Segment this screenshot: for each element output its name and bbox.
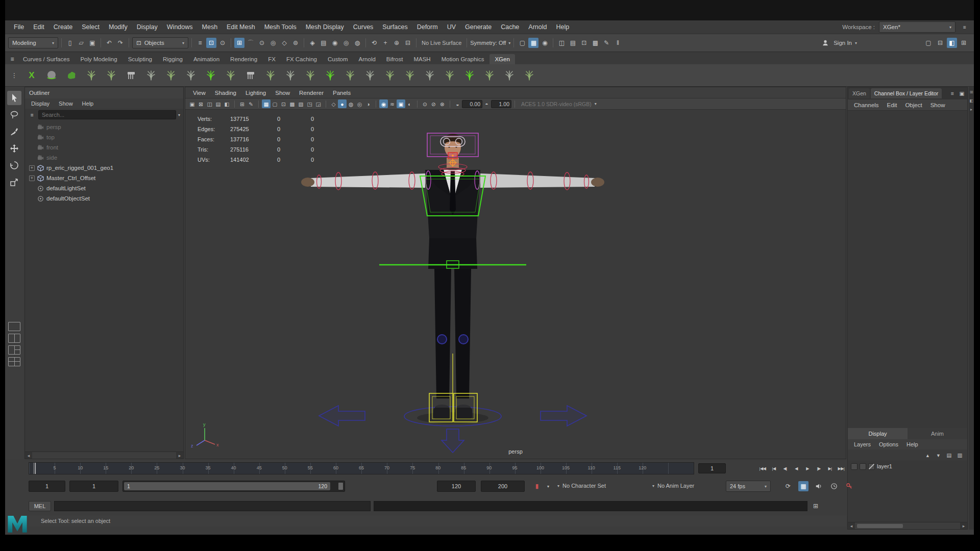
xgen-groom-12-icon[interactable]: [482, 68, 497, 83]
layer-editor-menu-options[interactable]: Options: [875, 441, 902, 447]
depth-of-field-icon[interactable]: ◐: [405, 99, 414, 108]
tab-xgen[interactable]: XGen: [849, 88, 870, 98]
shelf-tab-animation[interactable]: Animation: [188, 54, 225, 64]
layer-visibility-toggle[interactable]: [851, 463, 857, 470]
shelf-tab-sculpting[interactable]: Sculpting: [123, 54, 157, 64]
outliner-menu-show[interactable]: Show: [55, 101, 77, 107]
xgen-groom-10-icon[interactable]: [442, 68, 457, 83]
shelf-tab-poly-modeling[interactable]: Poly Modeling: [75, 54, 122, 64]
shelf-tab-curves-surfaces[interactable]: Curves / Surfaces: [18, 54, 75, 64]
soft-selection-icon[interactable]: ◉: [540, 38, 550, 48]
layer-playback-toggle[interactable]: [860, 463, 866, 470]
motion-blur-icon[interactable]: ≋: [388, 99, 397, 108]
four-pane-toggle-icon[interactable]: ⊞: [959, 38, 969, 48]
mute-audio-icon[interactable]: [814, 481, 824, 491]
playback-speed-icon[interactable]: [829, 481, 839, 491]
move-tool[interactable]: [7, 141, 21, 156]
xgen-grass-preset-icon[interactable]: [84, 68, 99, 83]
outliner-item-top[interactable]: top: [25, 132, 183, 142]
snap-curve-icon[interactable]: ⌒: [246, 38, 256, 48]
exposure-icon[interactable]: ◒: [453, 99, 462, 108]
layer-editor-tab-anim[interactable]: Anim: [908, 428, 967, 439]
channel-box-menu-show[interactable]: Show: [926, 102, 949, 108]
lock-camera-icon[interactable]: ⊠: [197, 99, 205, 108]
scale-tool[interactable]: [7, 175, 21, 189]
shelf-item-options-icon[interactable]: ⋮: [9, 70, 19, 81]
outliner-item-defaultlightset[interactable]: defaultLightSet: [25, 183, 183, 193]
leg-control-left[interactable]: [437, 335, 447, 344]
render-current-frame-icon[interactable]: ◎: [341, 38, 351, 48]
shelf-tab-rendering[interactable]: Rendering: [225, 54, 262, 64]
bookmark-options-icon[interactable]: ▾: [543, 481, 553, 491]
select-object-icon[interactable]: ⊡: [206, 38, 216, 48]
play-backwards-button[interactable]: ◀: [791, 463, 801, 473]
outliner-item-front[interactable]: front: [25, 142, 183, 153]
main-menu-cache[interactable]: Cache: [496, 20, 524, 34]
shelf-tab-fx[interactable]: FX: [263, 54, 281, 64]
frame-rate-dropdown[interactable]: 24 fps▾: [726, 481, 771, 492]
grease-pencil-icon[interactable]: ✎: [247, 99, 255, 108]
snap-point-icon[interactable]: ⊙: [257, 38, 267, 48]
layer-editor-menu-layers[interactable]: Layers: [850, 441, 875, 447]
outliner-item-side[interactable]: side: [25, 153, 183, 163]
rotate-tool[interactable]: [7, 158, 21, 172]
auto-keyframe-icon[interactable]: [844, 481, 854, 491]
workspace-dropdown[interactable]: XGen* ▾: [879, 21, 955, 33]
main-menu-display[interactable]: Display: [132, 20, 162, 34]
tab-channel-box-layer-editor[interactable]: Channel Box / Layer Editor: [871, 88, 942, 98]
main-menu-uv[interactable]: UV: [443, 20, 460, 34]
scroll-track[interactable]: [32, 452, 176, 459]
modeling-toolkit-icon[interactable]: ▦: [528, 38, 538, 48]
single-pane-layout-button[interactable]: [8, 322, 20, 331]
redo-icon[interactable]: ↷: [115, 38, 126, 48]
use-default-material-icon[interactable]: ◎: [355, 99, 364, 108]
grid-toggle-icon[interactable]: ▦: [262, 99, 271, 108]
main-menu-modify[interactable]: Modify: [104, 20, 132, 34]
viewport-menu-renderer[interactable]: Renderer: [295, 90, 328, 96]
shelf-tab-custom[interactable]: Custom: [323, 54, 353, 64]
image-plane-icon[interactable]: ◧: [223, 99, 231, 108]
workspace-options-icon[interactable]: ≡: [960, 22, 970, 32]
shelf-tab-arnold[interactable]: Arnold: [354, 54, 381, 64]
field-chart-icon[interactable]: ▧: [297, 99, 305, 108]
hypershade-icon[interactable]: ◫: [556, 38, 567, 48]
gamma-field[interactable]: [491, 100, 511, 108]
select-hierarchy-icon[interactable]: ≡: [195, 38, 205, 48]
main-menu-mesh-tools[interactable]: Mesh Tools: [260, 20, 301, 34]
lasso-select-tool[interactable]: [7, 108, 21, 122]
xgen-moss-preset-icon[interactable]: [64, 68, 79, 83]
symmetry-dropdown[interactable]: Symmetry: Off▾: [470, 40, 510, 46]
playback-end-field[interactable]: [437, 481, 476, 492]
xgen-groom-1-icon[interactable]: [263, 68, 278, 83]
anim-layer-dropdown[interactable]: ▾No Anim Layer: [652, 483, 694, 489]
xgen-sphere-preset-icon[interactable]: [44, 68, 59, 83]
render-settings-icon[interactable]: ⊡: [579, 38, 589, 48]
selection-mask-dropdown[interactable]: ⊡Objects▾: [132, 37, 188, 48]
new-layer-from-selected-icon[interactable]: ▥: [955, 451, 964, 460]
xgen-groom-4-icon[interactable]: [323, 68, 338, 83]
exposure-field[interactable]: [462, 100, 482, 108]
shelf-tab-fx-caching[interactable]: FX Caching: [281, 54, 322, 64]
main-menu-windows[interactable]: Windows: [162, 20, 198, 34]
channel-box-menu-object[interactable]: Object: [901, 102, 926, 108]
leg-control-right[interactable]: [459, 335, 468, 344]
xgen-hair-preset-icon[interactable]: [143, 68, 159, 83]
scroll-track[interactable]: [855, 522, 960, 529]
scroll-right-icon[interactable]: ▸: [176, 453, 183, 458]
display-layers-icon[interactable]: ▩: [590, 38, 600, 48]
main-menu-arnold[interactable]: Arnold: [524, 20, 551, 34]
layer-row[interactable]: layer1: [848, 461, 967, 472]
sync-timeline-icon[interactable]: ▦: [798, 481, 808, 491]
viewport-menu-panels[interactable]: Panels: [328, 90, 355, 96]
shelf-tab-mash[interactable]: MASH: [408, 54, 435, 64]
scroll-thumb[interactable]: [857, 524, 903, 528]
script-editor-icon[interactable]: ⊞: [811, 501, 821, 511]
viewport-menu-shading[interactable]: Shading: [210, 90, 241, 96]
shelf-tab-xgen[interactable]: XGen: [489, 54, 514, 64]
expand-icon[interactable]: +: [29, 176, 35, 181]
pan-view-icon[interactable]: +: [380, 38, 390, 48]
select-tool[interactable]: [7, 91, 21, 105]
two-pane-layout-button[interactable]: [8, 334, 20, 343]
shelf-tab-motion-graphics[interactable]: Motion Graphics: [436, 54, 489, 64]
xgen-noise-modifier-icon[interactable]: [223, 68, 238, 83]
